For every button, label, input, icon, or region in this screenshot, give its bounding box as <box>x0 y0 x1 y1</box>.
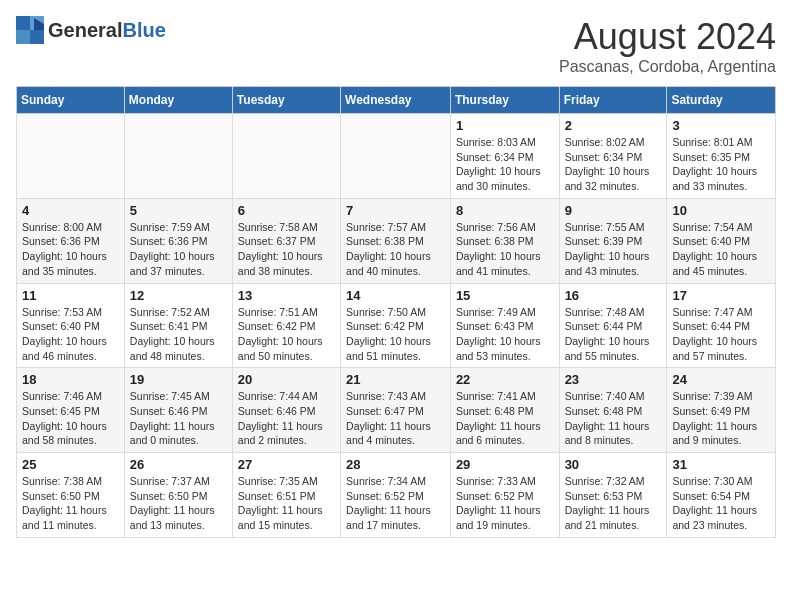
day-number: 27 <box>238 457 335 472</box>
day-number: 24 <box>672 372 770 387</box>
day-info: Sunrise: 7:55 AM Sunset: 6:39 PM Dayligh… <box>565 220 662 279</box>
calendar-cell: 18Sunrise: 7:46 AM Sunset: 6:45 PM Dayli… <box>17 368 125 453</box>
day-number: 25 <box>22 457 119 472</box>
calendar-cell: 1Sunrise: 8:03 AM Sunset: 6:34 PM Daylig… <box>450 114 559 199</box>
title-area: August 2024 Pascanas, Cordoba, Argentina <box>559 16 776 76</box>
day-number: 20 <box>238 372 335 387</box>
calendar-cell: 23Sunrise: 7:40 AM Sunset: 6:48 PM Dayli… <box>559 368 667 453</box>
calendar-cell: 15Sunrise: 7:49 AM Sunset: 6:43 PM Dayli… <box>450 283 559 368</box>
calendar-cell: 9Sunrise: 7:55 AM Sunset: 6:39 PM Daylig… <box>559 198 667 283</box>
day-number: 7 <box>346 203 445 218</box>
calendar-cell <box>17 114 125 199</box>
col-header-wednesday: Wednesday <box>341 87 451 114</box>
calendar-cell: 14Sunrise: 7:50 AM Sunset: 6:42 PM Dayli… <box>341 283 451 368</box>
day-info: Sunrise: 7:57 AM Sunset: 6:38 PM Dayligh… <box>346 220 445 279</box>
col-header-thursday: Thursday <box>450 87 559 114</box>
calendar-cell: 6Sunrise: 7:58 AM Sunset: 6:37 PM Daylig… <box>232 198 340 283</box>
calendar-cell <box>232 114 340 199</box>
svg-rect-0 <box>16 16 30 30</box>
calendar-cell: 16Sunrise: 7:48 AM Sunset: 6:44 PM Dayli… <box>559 283 667 368</box>
calendar-cell: 30Sunrise: 7:32 AM Sunset: 6:53 PM Dayli… <box>559 453 667 538</box>
day-number: 19 <box>130 372 227 387</box>
day-info: Sunrise: 8:03 AM Sunset: 6:34 PM Dayligh… <box>456 135 554 194</box>
day-info: Sunrise: 8:00 AM Sunset: 6:36 PM Dayligh… <box>22 220 119 279</box>
page-header: GeneralBlue August 2024 Pascanas, Cordob… <box>16 16 776 76</box>
day-info: Sunrise: 7:56 AM Sunset: 6:38 PM Dayligh… <box>456 220 554 279</box>
day-number: 1 <box>456 118 554 133</box>
calendar-cell: 20Sunrise: 7:44 AM Sunset: 6:46 PM Dayli… <box>232 368 340 453</box>
day-info: Sunrise: 7:40 AM Sunset: 6:48 PM Dayligh… <box>565 389 662 448</box>
subtitle: Pascanas, Cordoba, Argentina <box>559 58 776 76</box>
day-info: Sunrise: 7:44 AM Sunset: 6:46 PM Dayligh… <box>238 389 335 448</box>
day-info: Sunrise: 7:30 AM Sunset: 6:54 PM Dayligh… <box>672 474 770 533</box>
day-number: 31 <box>672 457 770 472</box>
logo-general-text: General <box>48 19 122 41</box>
col-header-tuesday: Tuesday <box>232 87 340 114</box>
calendar-cell: 29Sunrise: 7:33 AM Sunset: 6:52 PM Dayli… <box>450 453 559 538</box>
day-number: 26 <box>130 457 227 472</box>
day-info: Sunrise: 7:48 AM Sunset: 6:44 PM Dayligh… <box>565 305 662 364</box>
day-number: 12 <box>130 288 227 303</box>
day-info: Sunrise: 7:45 AM Sunset: 6:46 PM Dayligh… <box>130 389 227 448</box>
day-info: Sunrise: 7:54 AM Sunset: 6:40 PM Dayligh… <box>672 220 770 279</box>
calendar-cell: 22Sunrise: 7:41 AM Sunset: 6:48 PM Dayli… <box>450 368 559 453</box>
calendar-cell: 21Sunrise: 7:43 AM Sunset: 6:47 PM Dayli… <box>341 368 451 453</box>
day-number: 23 <box>565 372 662 387</box>
calendar-cell: 10Sunrise: 7:54 AM Sunset: 6:40 PM Dayli… <box>667 198 776 283</box>
day-info: Sunrise: 7:34 AM Sunset: 6:52 PM Dayligh… <box>346 474 445 533</box>
day-number: 13 <box>238 288 335 303</box>
calendar-cell: 12Sunrise: 7:52 AM Sunset: 6:41 PM Dayli… <box>124 283 232 368</box>
calendar-cell: 17Sunrise: 7:47 AM Sunset: 6:44 PM Dayli… <box>667 283 776 368</box>
calendar-header: SundayMondayTuesdayWednesdayThursdayFrid… <box>17 87 776 114</box>
day-number: 11 <box>22 288 119 303</box>
day-info: Sunrise: 8:01 AM Sunset: 6:35 PM Dayligh… <box>672 135 770 194</box>
day-number: 8 <box>456 203 554 218</box>
calendar-cell: 19Sunrise: 7:45 AM Sunset: 6:46 PM Dayli… <box>124 368 232 453</box>
calendar-week-3: 11Sunrise: 7:53 AM Sunset: 6:40 PM Dayli… <box>17 283 776 368</box>
header-row: SundayMondayTuesdayWednesdayThursdayFrid… <box>17 87 776 114</box>
day-info: Sunrise: 7:32 AM Sunset: 6:53 PM Dayligh… <box>565 474 662 533</box>
calendar-cell: 7Sunrise: 7:57 AM Sunset: 6:38 PM Daylig… <box>341 198 451 283</box>
day-info: Sunrise: 7:46 AM Sunset: 6:45 PM Dayligh… <box>22 389 119 448</box>
logo-blue-text: Blue <box>122 19 165 41</box>
day-number: 10 <box>672 203 770 218</box>
calendar-cell: 28Sunrise: 7:34 AM Sunset: 6:52 PM Dayli… <box>341 453 451 538</box>
calendar-cell: 24Sunrise: 7:39 AM Sunset: 6:49 PM Dayli… <box>667 368 776 453</box>
day-number: 6 <box>238 203 335 218</box>
day-number: 5 <box>130 203 227 218</box>
calendar-cell <box>124 114 232 199</box>
col-header-monday: Monday <box>124 87 232 114</box>
day-info: Sunrise: 7:47 AM Sunset: 6:44 PM Dayligh… <box>672 305 770 364</box>
col-header-sunday: Sunday <box>17 87 125 114</box>
day-info: Sunrise: 8:02 AM Sunset: 6:34 PM Dayligh… <box>565 135 662 194</box>
calendar-cell: 2Sunrise: 8:02 AM Sunset: 6:34 PM Daylig… <box>559 114 667 199</box>
day-number: 9 <box>565 203 662 218</box>
logo-icon <box>16 16 44 44</box>
calendar-week-1: 1Sunrise: 8:03 AM Sunset: 6:34 PM Daylig… <box>17 114 776 199</box>
day-number: 2 <box>565 118 662 133</box>
calendar-cell: 5Sunrise: 7:59 AM Sunset: 6:36 PM Daylig… <box>124 198 232 283</box>
calendar-week-4: 18Sunrise: 7:46 AM Sunset: 6:45 PM Dayli… <box>17 368 776 453</box>
col-header-saturday: Saturday <box>667 87 776 114</box>
main-title: August 2024 <box>559 16 776 58</box>
day-number: 18 <box>22 372 119 387</box>
calendar-week-2: 4Sunrise: 8:00 AM Sunset: 6:36 PM Daylig… <box>17 198 776 283</box>
day-number: 22 <box>456 372 554 387</box>
calendar-cell: 26Sunrise: 7:37 AM Sunset: 6:50 PM Dayli… <box>124 453 232 538</box>
logo: GeneralBlue <box>16 16 166 44</box>
svg-rect-2 <box>16 30 30 44</box>
calendar-body: 1Sunrise: 8:03 AM Sunset: 6:34 PM Daylig… <box>17 114 776 538</box>
day-info: Sunrise: 7:35 AM Sunset: 6:51 PM Dayligh… <box>238 474 335 533</box>
day-info: Sunrise: 7:53 AM Sunset: 6:40 PM Dayligh… <box>22 305 119 364</box>
day-info: Sunrise: 7:59 AM Sunset: 6:36 PM Dayligh… <box>130 220 227 279</box>
day-info: Sunrise: 7:51 AM Sunset: 6:42 PM Dayligh… <box>238 305 335 364</box>
day-number: 15 <box>456 288 554 303</box>
calendar-cell: 13Sunrise: 7:51 AM Sunset: 6:42 PM Dayli… <box>232 283 340 368</box>
day-info: Sunrise: 7:39 AM Sunset: 6:49 PM Dayligh… <box>672 389 770 448</box>
calendar-cell: 4Sunrise: 8:00 AM Sunset: 6:36 PM Daylig… <box>17 198 125 283</box>
day-info: Sunrise: 7:52 AM Sunset: 6:41 PM Dayligh… <box>130 305 227 364</box>
calendar-cell: 3Sunrise: 8:01 AM Sunset: 6:35 PM Daylig… <box>667 114 776 199</box>
day-info: Sunrise: 7:58 AM Sunset: 6:37 PM Dayligh… <box>238 220 335 279</box>
day-number: 29 <box>456 457 554 472</box>
calendar-week-5: 25Sunrise: 7:38 AM Sunset: 6:50 PM Dayli… <box>17 453 776 538</box>
